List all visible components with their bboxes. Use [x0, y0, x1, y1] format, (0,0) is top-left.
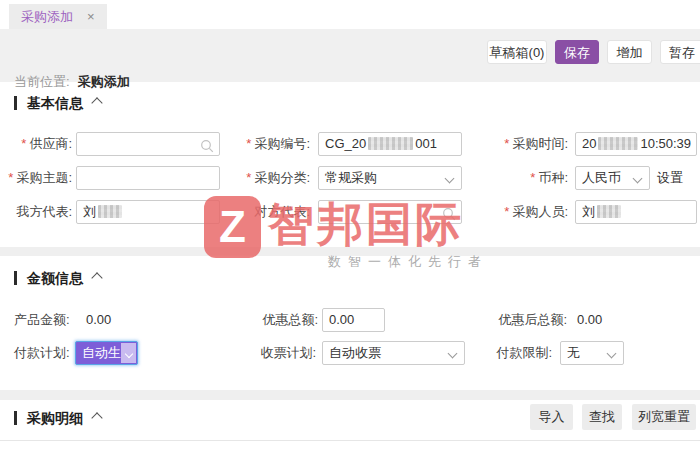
product-amount-value: 0.00 — [86, 308, 111, 332]
section-separator — [0, 390, 700, 400]
collapse-icon[interactable] — [91, 97, 102, 108]
our-rep-input[interactable]: 刘 — [76, 200, 220, 224]
supplier-input[interactable] — [76, 132, 220, 156]
section-bar — [14, 411, 17, 425]
breadcrumb-current: 采购添加 — [78, 74, 130, 89]
tab-bar: 采购添加× — [0, 0, 700, 29]
payment-limit-select[interactable]: 无 — [560, 341, 624, 365]
redacted-value — [368, 137, 413, 150]
required-asterisk: * — [246, 170, 251, 185]
section-title: 采购明细 — [27, 410, 83, 426]
discount-input[interactable]: 0.00 — [322, 308, 385, 332]
payment-plan-label: 付款计划: — [14, 341, 70, 365]
category-select[interactable]: 常规采购 — [318, 166, 462, 190]
currency-settings-link[interactable]: 设置 — [657, 166, 683, 190]
chevron-down-icon — [633, 174, 643, 184]
chevron-down-icon — [125, 350, 133, 358]
chevron-down-icon — [607, 349, 617, 359]
supplier-label: *供应商: — [0, 132, 72, 156]
purchase-no-label: *采购编号: — [230, 132, 310, 156]
our-rep-label: 我方代表: — [0, 200, 72, 224]
section-title: 基本信息 — [27, 95, 83, 111]
required-asterisk: * — [21, 136, 26, 151]
chevron-down-icon — [445, 174, 455, 184]
their-rep-label: 对方代表: — [230, 200, 310, 224]
purchase-no-input[interactable]: CG_20001 — [318, 132, 462, 156]
find-button[interactable]: 查找 — [582, 404, 622, 430]
product-amount-label: 产品金额: — [14, 308, 70, 332]
breadcrumb-label: 当前位置: — [14, 74, 70, 89]
required-asterisk: * — [504, 204, 509, 219]
invoice-plan-label: 收票计划: — [250, 341, 316, 365]
tab-label: 采购添加 — [21, 9, 73, 24]
payment-plan-select[interactable]: 自动生成 — [75, 341, 138, 365]
search-icon[interactable] — [442, 206, 456, 224]
purchase-time-input[interactable]: 2010:50:39 — [575, 132, 697, 156]
section-bar — [14, 271, 17, 285]
breadcrumb: 当前位置:采购添加 — [14, 73, 130, 91]
collapse-icon[interactable] — [91, 412, 102, 423]
currency-select[interactable]: 人民币 — [575, 166, 650, 190]
purchaser-label: *采购人员: — [480, 200, 568, 224]
required-asterisk: * — [530, 170, 535, 185]
divider — [0, 440, 700, 441]
category-label: *采购分类: — [230, 166, 310, 190]
draftbox-button[interactable]: 草稿箱(0) — [487, 40, 547, 64]
invoice-plan-select[interactable]: 自动收票 — [322, 341, 465, 365]
section-basic-info: 基本信息 — [14, 95, 101, 111]
section-amount-info: 金额信息 — [14, 270, 101, 286]
redacted-value — [598, 137, 638, 150]
reset-column-width-button[interactable]: 列宽重置 — [632, 404, 696, 430]
redacted-value — [597, 205, 621, 218]
section-purchase-detail: 采购明细 — [14, 410, 101, 426]
currency-label: *币种: — [480, 166, 568, 190]
required-asterisk: * — [504, 136, 509, 151]
after-discount-value: 0.00 — [577, 308, 602, 332]
purchase-time-label: *采购时间: — [480, 132, 568, 156]
save-button[interactable]: 保存 — [555, 40, 599, 64]
tab-purchase-add[interactable]: 采购添加× — [9, 4, 107, 29]
redacted-value — [98, 205, 122, 218]
search-icon[interactable] — [200, 138, 214, 156]
section-title: 金额信息 — [27, 270, 83, 286]
after-discount-label: 优惠后总额: — [488, 308, 567, 332]
required-asterisk: * — [8, 170, 13, 185]
collapse-icon[interactable] — [91, 272, 102, 283]
import-button[interactable]: 导入 — [530, 404, 573, 430]
purchase-add-page: 采购添加× 当前位置:采购添加 草稿箱(0) 保存 增加 暂存 基本信息 *供应… — [0, 0, 700, 451]
section-separator — [0, 247, 700, 256]
payment-limit-label: 付款限制: — [470, 341, 552, 365]
hold-button[interactable]: 暂存 — [660, 40, 700, 64]
discount-label: 优惠总额: — [252, 308, 318, 332]
purchaser-input[interactable]: 刘 — [575, 200, 697, 224]
add-button[interactable]: 增加 — [607, 40, 652, 64]
chevron-down-icon — [448, 349, 458, 359]
subject-input[interactable] — [76, 166, 220, 190]
subject-label: *采购主题: — [0, 166, 72, 190]
section-bar — [14, 96, 17, 110]
required-asterisk: * — [246, 136, 251, 151]
their-rep-input[interactable] — [318, 200, 462, 224]
close-icon[interactable]: × — [87, 9, 95, 24]
chevron-box — [121, 343, 136, 363]
